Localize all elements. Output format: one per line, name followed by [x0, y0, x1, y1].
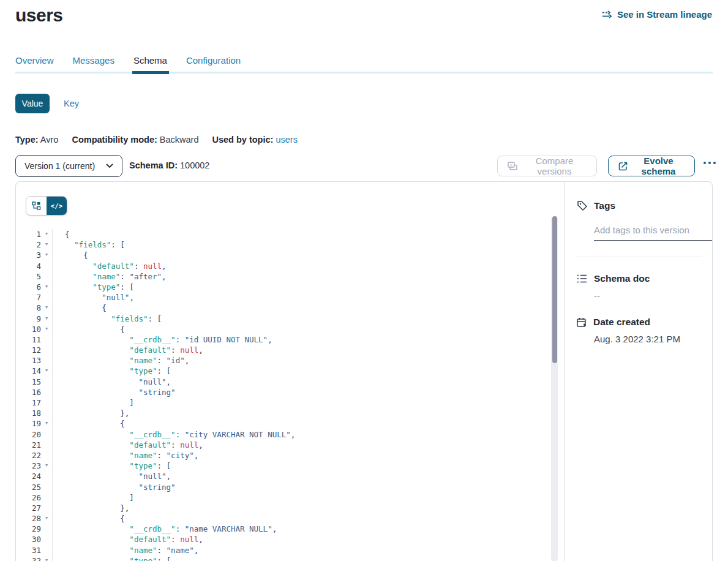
code-text: "name": "id",	[52, 355, 549, 366]
fold-spacer	[41, 271, 52, 282]
line-number: 26	[16, 492, 41, 503]
code-text: },	[52, 408, 549, 418]
fold-toggle-icon[interactable]: ▼	[41, 314, 52, 324]
schema-editor: </> 1▼{2▼ "fields": [3▼ {4 "default": nu…	[16, 182, 564, 561]
code-line: 1▼{	[16, 229, 549, 239]
code-text: "type": [	[52, 282, 549, 292]
code-line: 17 ]	[16, 397, 549, 408]
date-created-value: Aug. 3 2022 3:21 PM	[594, 334, 702, 344]
add-tags-input[interactable]	[594, 224, 712, 241]
code-text: {	[52, 324, 549, 334]
code-text: "name": "city",	[52, 450, 549, 461]
code-text: "__crdb__": "name VARCHAR NULL",	[52, 524, 549, 534]
code-text: "fields": [	[52, 239, 549, 250]
code-line: 22 "name": "city",	[16, 450, 549, 461]
type-pair: Type: Avro	[15, 135, 58, 145]
code-line: 12 "default": null,	[16, 345, 549, 355]
line-number: 5	[16, 271, 41, 282]
code-text: "name": "name",	[52, 545, 549, 555]
fold-toggle-icon[interactable]: ▼	[41, 324, 52, 334]
compat-pair: Compatibility mode: Backward	[72, 135, 198, 145]
code-line: 14▼ "type": [	[16, 366, 549, 376]
fold-toggle-icon[interactable]: ▼	[41, 366, 52, 376]
compare-versions-button[interactable]: Compare versions	[497, 156, 597, 176]
fold-toggle-icon[interactable]: ▼	[41, 555, 52, 561]
schema-sidebar: Tags Schema doc --	[564, 182, 713, 561]
code-text: "string"	[52, 482, 549, 492]
code-line: 5 "name": "after",	[16, 271, 549, 282]
code-text: "default": null,	[52, 345, 549, 355]
code-text: "null",	[52, 377, 549, 387]
tree-view-button[interactable]	[26, 197, 47, 215]
line-number: 20	[16, 429, 41, 440]
active-tab-underline	[132, 71, 169, 74]
fold-toggle-icon[interactable]: ▼	[41, 239, 52, 250]
line-number: 3	[16, 250, 41, 260]
code-line: 32▼ "type": [	[16, 555, 549, 561]
schema-page: users See in Stream lineage Overview Mes…	[0, 0, 728, 561]
line-number: 14	[16, 366, 41, 376]
more-options-button[interactable]	[704, 162, 716, 164]
fold-toggle-icon[interactable]: ▼	[41, 461, 52, 471]
fold-spacer	[41, 482, 52, 492]
line-number: 16	[16, 387, 41, 397]
code-line: 25 "string"	[16, 482, 549, 492]
version-selected-value: Version 1 (current)	[24, 161, 95, 171]
date-created-header: Date created	[577, 317, 702, 328]
tag-icon	[577, 200, 588, 211]
code-line: 11 "__crdb__": "id UUID NOT NULL",	[16, 334, 549, 345]
value-toggle-button[interactable]: Value	[15, 94, 50, 113]
line-number: 23	[16, 461, 41, 471]
code-text: {	[52, 229, 549, 239]
line-number: 29	[16, 524, 41, 534]
fold-spacer	[41, 355, 52, 366]
version-dropdown[interactable]: Version 1 (current)	[15, 155, 122, 177]
code-view-icon: </>	[51, 202, 63, 210]
code-text: "null",	[52, 292, 549, 303]
schema-id-value: 100002	[180, 160, 209, 170]
editor-scrollbar-thumb[interactable]	[552, 216, 557, 363]
key-toggle-link[interactable]: Key	[64, 99, 79, 108]
code-line: 31 "name": "name",	[16, 545, 549, 555]
schema-panel: </> 1▼{2▼ "fields": [3▼ {4 "default": nu…	[15, 181, 713, 561]
editor-scrollbar-track[interactable]	[551, 216, 558, 561]
fold-toggle-icon[interactable]: ▼	[41, 250, 52, 260]
see-in-stream-lineage-link[interactable]: See in Stream lineage	[602, 9, 712, 20]
date-created-title: Date created	[593, 317, 650, 328]
line-number: 32	[16, 555, 41, 561]
code-text: "type": [	[52, 366, 549, 376]
fold-spacer	[41, 534, 52, 544]
code-line: 19▼ {	[16, 418, 549, 429]
code-line: 21 "default": null,	[16, 440, 549, 450]
topic-link[interactable]: users	[276, 135, 297, 145]
code-line: 10▼ {	[16, 324, 549, 334]
fold-toggle-icon[interactable]: ▼	[41, 303, 52, 313]
line-number: 25	[16, 482, 41, 492]
line-number: 10	[16, 324, 41, 334]
evolve-schema-button[interactable]: Evolve schema	[608, 156, 695, 176]
code-text: "__crdb__": "id UUID NOT NULL",	[52, 334, 549, 345]
fold-toggle-icon[interactable]: ▼	[41, 418, 52, 429]
line-number: 28	[16, 513, 41, 524]
code-line: 8▼ {	[16, 303, 549, 313]
tree-view-icon	[32, 201, 41, 210]
code-text: "string"	[52, 387, 549, 397]
date-created-section: Date created Aug. 3 2022 3:21 PM	[577, 317, 702, 344]
fold-spacer	[41, 524, 52, 534]
fold-spacer	[41, 377, 52, 387]
code-text: "name": "after",	[52, 271, 549, 282]
fold-toggle-icon[interactable]: ▼	[41, 513, 52, 524]
code-line: 23▼ "type": [	[16, 461, 549, 471]
code-line: 18 },	[16, 408, 549, 418]
view-mode-toggle: </>	[26, 196, 67, 216]
fold-toggle-icon[interactable]: ▼	[41, 282, 52, 292]
fold-spacer	[41, 261, 52, 271]
code-view-button[interactable]: </>	[47, 197, 67, 215]
fold-spacer	[41, 429, 52, 440]
code-text: ]	[52, 397, 549, 408]
fold-toggle-icon[interactable]: ▼	[41, 229, 52, 239]
schema-meta-row: Type: AvroCompatibility mode: BackwardUs…	[15, 135, 311, 145]
line-number: 17	[16, 397, 41, 408]
line-number: 12	[16, 345, 41, 355]
code-line: 3▼ {	[16, 250, 549, 260]
